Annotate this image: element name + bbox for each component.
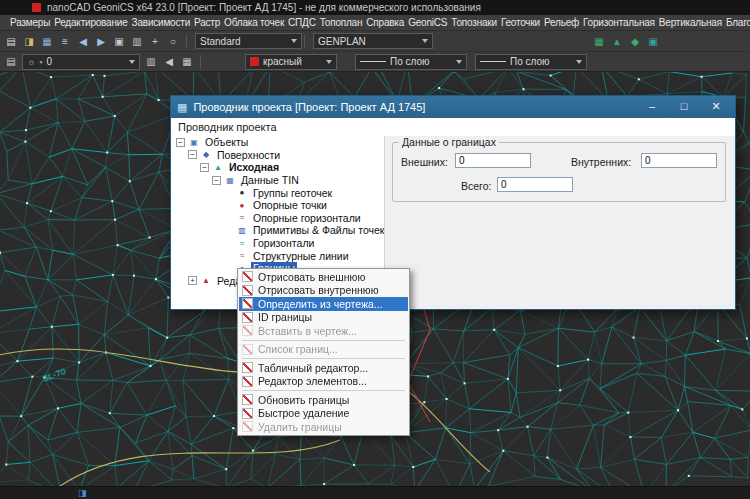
- pan-icon[interactable]: +: [147, 34, 163, 49]
- context-menu-item-1[interactable]: Отрисовать внутреннюю: [239, 284, 408, 298]
- geonics-model-icon[interactable]: ◆: [627, 34, 643, 49]
- tree-item-1[interactable]: −◆Поверхности: [171, 149, 384, 162]
- collapse-icon[interactable]: −: [176, 138, 185, 147]
- group-box-title: Данные о границах: [399, 136, 499, 148]
- menu-item-6[interactable]: Топоплан: [318, 17, 365, 28]
- menu-item-3[interactable]: Растр: [192, 17, 222, 28]
- tree-item-4[interactable]: ●Группы геоточек: [171, 186, 384, 199]
- context-menu-item-5: Список границ...: [239, 343, 408, 357]
- context-menu-item-label: Определить из чертежа...: [258, 298, 383, 310]
- text-style-dropdown[interactable]: Standard: [195, 33, 302, 49]
- context-menu-item-label: Отрисовать внешнюю: [258, 271, 365, 283]
- undo-icon[interactable]: ◀: [75, 34, 91, 49]
- geonics-surface-icon[interactable]: ▲: [609, 34, 625, 49]
- tree-item-label: Примитивы & Файлы точек: [251, 224, 384, 236]
- minimize-button[interactable]: –: [639, 99, 665, 115]
- tree-item-0[interactable]: −▣Объекты: [171, 136, 384, 149]
- boundary-list-icon: [242, 344, 253, 355]
- menu-item-13[interactable]: Вертикальная: [657, 17, 724, 28]
- toolbar-standard: ▤◨▦≡◀▶▣▥+○ Standard GENPLAN ▦▲◆▣: [0, 31, 750, 52]
- color-dropdown[interactable]: красный: [245, 54, 337, 70]
- geonics-points-icon[interactable]: ▦: [591, 34, 607, 49]
- menu-item-2[interactable]: Зависимости: [130, 17, 193, 28]
- zoom-icon[interactable]: ○: [165, 34, 181, 49]
- menu-item-1[interactable]: Редактирование: [52, 17, 129, 28]
- plot-icon[interactable]: ≡: [57, 34, 73, 49]
- collapse-icon[interactable]: −: [200, 163, 209, 172]
- tree-item-label: Опорные точки: [251, 199, 329, 211]
- new-file-icon[interactable]: ▤: [3, 34, 19, 49]
- linetype-dropdown[interactable]: По слою: [355, 54, 467, 70]
- quick-delete-icon: [242, 408, 253, 419]
- tree-item-6[interactable]: ≈Опорные горизонтали: [171, 212, 384, 225]
- menu-item-7[interactable]: Справка: [364, 17, 406, 28]
- define-from-drawing-icon: [242, 298, 253, 309]
- total-count-field[interactable]: [497, 177, 573, 192]
- dialog-titlebar[interactable]: ▦ Проводник проекта [Проект: Проект АД 1…: [171, 96, 735, 118]
- layer-value: 0: [46, 56, 52, 67]
- layer-previous-icon[interactable]: ◀: [161, 54, 177, 69]
- surfaces-icon: ◆: [200, 150, 212, 159]
- geonics-explorer-icon[interactable]: ▣: [645, 34, 661, 49]
- tree-item-8[interactable]: ≈Горизонтали: [171, 237, 384, 250]
- text-style-value: Standard: [200, 36, 241, 47]
- nanocad-logo-icon: [32, 3, 41, 12]
- context-menu-item-6[interactable]: Табличный редактор...: [239, 361, 408, 375]
- menu-item-8[interactable]: GeoniCS: [406, 17, 449, 28]
- context-menu: Отрисовать внешнююОтрисовать внутреннююО…: [237, 268, 410, 436]
- tree-item-7[interactable]: ▥Примитивы & Файлы точек: [171, 224, 384, 237]
- context-menu-item-0[interactable]: Отрисовать внешнюю: [239, 270, 408, 284]
- context-menu-item-2[interactable]: Определить из чертежа...: [239, 297, 408, 311]
- menu-item-12[interactable]: Горизонтальная: [581, 17, 657, 28]
- tree-item-3[interactable]: −▦Данные TIN: [171, 174, 384, 187]
- layer-properties-icon[interactable]: ▦: [179, 54, 195, 69]
- expand-icon[interactable]: +: [188, 276, 197, 285]
- menu-item-0[interactable]: Размеры: [8, 17, 52, 28]
- menu-item-5[interactable]: СПДС: [286, 17, 318, 28]
- menu-item-14[interactable]: Благоустройство: [724, 17, 750, 28]
- context-menu-item-3[interactable]: ID границы: [239, 311, 408, 325]
- menu-item-11[interactable]: Рельеф: [542, 17, 581, 28]
- menu-separator: [242, 340, 405, 341]
- status-grid-icon: ◨: [78, 488, 87, 498]
- context-menu-item-label: Вставить в чертеж...: [258, 325, 357, 337]
- open-file-icon[interactable]: ◨: [21, 34, 37, 49]
- redo-icon[interactable]: ▶: [93, 34, 109, 49]
- maximize-button[interactable]: □: [671, 99, 697, 115]
- tree-item-label: Горизонтали: [251, 237, 316, 249]
- primitives-icon: ▥: [236, 226, 248, 235]
- boundaries-group-box: Данные о границах Внешних: Внутренних: В…: [392, 142, 726, 202]
- collapse-icon[interactable]: −: [188, 150, 197, 159]
- workspace-dropdown[interactable]: GENPLAN: [313, 33, 433, 49]
- context-menu-item-8[interactable]: Обновить границы: [239, 393, 408, 407]
- make-layer-current-icon[interactable]: ▥: [143, 54, 159, 69]
- paste-icon[interactable]: ▥: [129, 34, 145, 49]
- color-value: красный: [263, 56, 302, 67]
- context-menu-item-7[interactable]: Редактор элементов...: [239, 375, 408, 389]
- context-menu-item-label: Обновить границы: [258, 394, 349, 406]
- tree-item-label: Поверхности: [215, 149, 282, 161]
- collapse-icon[interactable]: −: [212, 176, 221, 185]
- close-button[interactable]: ✕: [703, 99, 729, 115]
- menu-item-9[interactable]: Топознаки: [449, 17, 499, 28]
- tree-item-9[interactable]: ≈Структурные линии: [171, 249, 384, 262]
- menu-item-4[interactable]: Облака точек: [222, 17, 286, 28]
- tree-item-5[interactable]: ●Опорные точки: [171, 199, 384, 212]
- inner-count-field[interactable]: [641, 153, 717, 168]
- save-icon[interactable]: ▦: [39, 34, 55, 49]
- point-groups-icon: ●: [236, 188, 248, 197]
- layer-visibility-icon: ☼: [27, 57, 35, 67]
- menu-item-10[interactable]: Геоточки: [499, 17, 542, 28]
- toolbar-separator: [304, 34, 305, 48]
- layer-states-icon[interactable]: ▤: [3, 54, 19, 69]
- layer-dropdown[interactable]: ☼ ▪ 0: [22, 54, 140, 70]
- tree-item-2[interactable]: −▲Исходная: [171, 161, 384, 174]
- breaklines-icon: ≈: [236, 251, 248, 260]
- context-menu-item-9[interactable]: Быстрое удаление: [239, 407, 408, 421]
- color-swatch-icon: [250, 57, 259, 66]
- outer-count-field[interactable]: [455, 153, 531, 168]
- boundaries-panel: Данные о границах Внешних: Внутренних: В…: [384, 136, 735, 309]
- lineweight-dropdown[interactable]: По слою: [475, 54, 587, 70]
- copy-icon[interactable]: ▣: [111, 34, 127, 49]
- chevron-down-icon: [576, 60, 582, 64]
